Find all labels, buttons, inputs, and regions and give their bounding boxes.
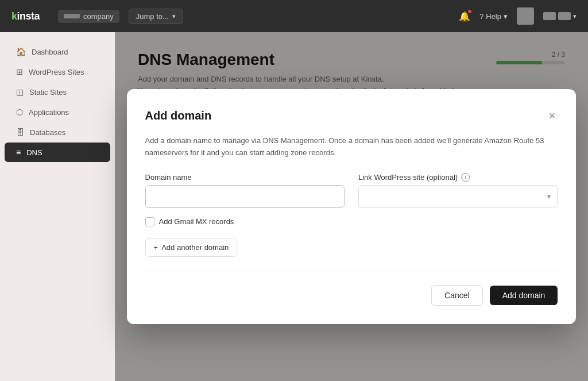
submit-add-domain-button[interactable]: Add domain bbox=[490, 286, 558, 305]
sidebar-item-dashboard[interactable]: 🏠 Dashboard bbox=[5, 42, 110, 61]
link-wp-label: Link WordPress site (optional) i bbox=[358, 173, 558, 182]
sidebar-label-databases: Databases bbox=[30, 128, 65, 137]
link-wp-group: Link WordPress site (optional) i ▾ bbox=[358, 173, 558, 208]
chevron-down-icon: ▾ bbox=[172, 13, 176, 20]
bar-icon bbox=[543, 12, 556, 20]
sidebar-label-applications: Applications bbox=[29, 108, 69, 117]
gmail-mx-checkbox[interactable] bbox=[145, 217, 154, 226]
databases-icon: 🗄 bbox=[16, 128, 24, 137]
help-menu[interactable]: ? Help ▾ bbox=[479, 12, 508, 21]
dns-icon: ≡ bbox=[16, 148, 21, 157]
help-chevron-icon: ▾ bbox=[504, 12, 508, 21]
info-icon[interactable]: i bbox=[461, 173, 470, 182]
modal-footer: Cancel Add domain bbox=[145, 285, 558, 306]
link-wp-select[interactable] bbox=[358, 185, 558, 208]
cancel-button[interactable]: Cancel bbox=[431, 285, 483, 306]
sidebar-label-dashboard: Dashboard bbox=[32, 48, 68, 56]
plus-icon: + bbox=[154, 243, 158, 252]
topnav: kinsta company Jump to... ▾ 🔔 ? Help ▾ ▾ bbox=[0, 0, 588, 32]
gmail-mx-label[interactable]: Add Gmail MX records bbox=[159, 217, 234, 226]
close-button[interactable]: × bbox=[547, 107, 558, 124]
company-bar-icon bbox=[64, 14, 80, 18]
add-another-domain-button[interactable]: + Add another domain bbox=[145, 238, 238, 257]
applications-icon: ⬡ bbox=[16, 107, 23, 117]
modal-description: Add a domain name to manage via DNS Mana… bbox=[145, 135, 558, 159]
form-row-main: Domain name Link WordPress site (optiona… bbox=[145, 173, 558, 208]
static-icon: ◫ bbox=[16, 87, 24, 97]
link-wp-select-wrapper: ▾ bbox=[358, 185, 558, 208]
gmail-mx-checkbox-row: Add Gmail MX records bbox=[145, 217, 558, 226]
help-label: Help bbox=[486, 12, 501, 21]
add-domain-modal: Add domain × Add a domain name to manage… bbox=[127, 89, 577, 324]
bar-icon bbox=[558, 12, 571, 20]
jump-to-label: Jump to... bbox=[136, 12, 169, 21]
domain-name-group: Domain name bbox=[145, 173, 345, 208]
add-another-label: Add another domain bbox=[161, 243, 229, 252]
sidebar-item-wordpress[interactable]: ⊞ WordPress Sites bbox=[5, 62, 110, 82]
company-selector[interactable]: company bbox=[58, 10, 119, 23]
avatar[interactable] bbox=[517, 7, 534, 25]
modal-header: Add domain × bbox=[145, 107, 558, 124]
sidebar-item-databases[interactable]: 🗄 Databases bbox=[5, 122, 110, 142]
sidebar: 🏠 Dashboard ⊞ WordPress Sites ◫ Static S… bbox=[0, 32, 115, 381]
topnav-right: 🔔 ? Help ▾ ▾ bbox=[459, 7, 577, 25]
sidebar-label-wordpress: WordPress Sites bbox=[29, 68, 84, 76]
question-circle-icon: ? bbox=[479, 12, 483, 21]
sidebar-label-static: Static Sites bbox=[29, 88, 67, 97]
wordpress-icon: ⊞ bbox=[16, 67, 23, 76]
main-content: 2 / 3 DNS Management Add your domain and… bbox=[115, 32, 588, 381]
domain-name-input[interactable] bbox=[145, 185, 345, 208]
sidebar-item-dns[interactable]: ≡ DNS bbox=[5, 143, 110, 162]
layout: 🏠 Dashboard ⊞ WordPress Sites ◫ Static S… bbox=[0, 32, 588, 381]
home-icon: 🏠 bbox=[16, 47, 26, 56]
jump-to-dropdown[interactable]: Jump to... ▾ bbox=[129, 9, 183, 24]
user-menu-chevron-icon: ▾ bbox=[573, 13, 577, 20]
modal-title: Add domain bbox=[145, 109, 212, 122]
notification-dot bbox=[468, 10, 471, 13]
company-label: company bbox=[83, 12, 114, 21]
logo: kinsta bbox=[11, 10, 40, 22]
notifications-bell[interactable]: 🔔 bbox=[459, 11, 470, 22]
user-menu[interactable]: ▾ bbox=[543, 12, 577, 20]
modal-divider bbox=[145, 271, 558, 271]
sidebar-item-static[interactable]: ◫ Static Sites bbox=[5, 82, 110, 102]
sidebar-item-applications[interactable]: ⬡ Applications bbox=[5, 102, 110, 122]
sidebar-label-dns: DNS bbox=[26, 148, 42, 157]
domain-name-label: Domain name bbox=[145, 173, 345, 182]
modal-overlay: Add domain × Add a domain name to manage… bbox=[115, 32, 588, 381]
